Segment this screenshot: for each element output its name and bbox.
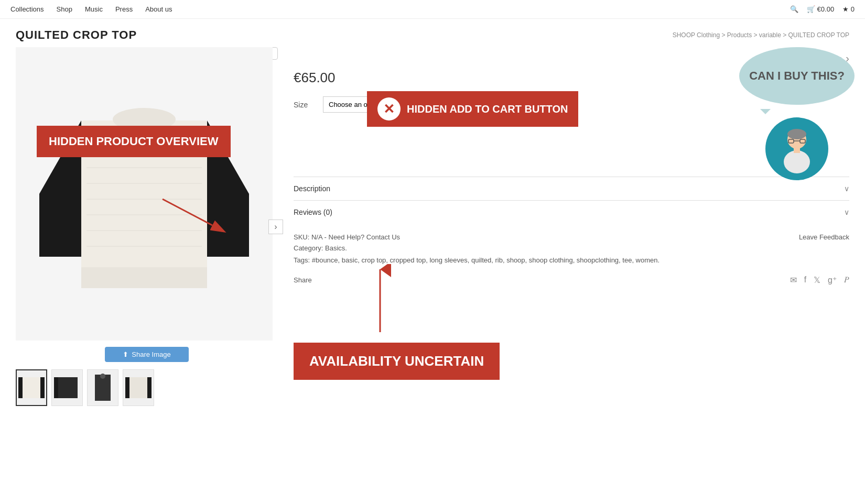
product-image: HIDDEN PRODUCT OVERVIEW [16,47,273,341]
x-icon: ✕ [377,97,401,120]
facebook-share-icon[interactable]: f [804,275,806,285]
availability-badge: AVAILABILITY UNCERTAIN [294,343,500,380]
svg-rect-15 [21,377,42,398]
svg-rect-22 [128,377,149,398]
share-icons: ✉ f 𝕏 g⁺ 𝑃 [790,275,849,285]
hidden-add-to-cart-text: HIDDEN ADD TO CART BUTTON [407,103,568,115]
svg-rect-23 [125,377,129,398]
svg-point-28 [787,129,806,139]
svg-rect-16 [18,377,23,398]
tags-value: #bounce, basic, crop top, cropped top, l… [312,256,659,264]
svg-rect-33 [794,148,800,153]
thumbnail-4[interactable] [123,369,154,406]
hidden-add-to-cart-badge: ✕ HIDDEN ADD TO CART BUTTON [367,91,578,127]
bubble-text: CAN I BUY THIS? [749,69,845,83]
sku-label: SKU: [294,233,309,241]
thumbnail-2[interactable] [51,369,83,406]
share-image-button[interactable]: ⬆ Share Image [105,347,189,362]
contact-us-link[interactable]: Contact Us [366,233,400,241]
nav-right: 🔍 🛒 €0.00 ★ 0 [790,5,855,13]
nav-press[interactable]: Press [115,5,133,13]
svg-point-32 [784,150,810,173]
hidden-product-overlay-text: HIDDEN PRODUCT OVERVIEW [49,135,219,148]
availability-badge-text: AVAILABILITY UNCERTAIN [309,353,484,369]
cart-icon[interactable]: 🛒 €0.00 [807,5,834,13]
speech-bubble: CAN I BUY THIS? [739,47,855,105]
sku-row: SKU: N/A - Need Help? Contact Us Leave F… [294,233,849,241]
share-label: Share [294,276,312,284]
avatar [765,117,828,180]
share-image-icon: ⬆ [123,350,128,358]
thumbnail-1[interactable] [16,369,47,406]
sidebar-widget: CAN I BUY THIS? [729,47,865,180]
hidden-product-overlay: HIDDEN PRODUCT OVERVIEW [37,126,231,157]
nav-shop[interactable]: Shop [57,5,72,13]
image-next-button[interactable]: › [268,220,283,234]
tags-label: Tags: [294,256,310,264]
description-chevron-icon: ∨ [844,184,849,193]
reviews-chevron-icon: ∨ [844,208,849,216]
image-area: 🦉 Hootlet ⤢ [16,47,278,406]
category-row: Category: Basics. [294,244,849,252]
sku-text: SKU: N/A - Need Help? Contact Us [294,233,400,241]
svg-point-21 [100,374,105,379]
sku-value: N/A [311,233,322,241]
availability-arrow [367,264,393,332]
breadcrumb: SHOOP Clothing > Products > variable > Q… [673,31,849,39]
cart-total: €0.00 [817,5,835,13]
svg-rect-18 [57,377,78,398]
thumbnail-3[interactable] [87,369,118,406]
svg-rect-24 [147,377,152,398]
pinterest-share-icon[interactable]: 𝑃 [844,275,849,285]
svg-rect-19 [54,377,58,398]
page-title-bar: QUILTED CROP TOP SHOOP Clothing > Produc… [0,19,865,47]
main-container: 🦉 Hootlet ⤢ [0,47,865,427]
category-label: Category: [294,244,323,252]
twitter-share-icon[interactable]: 𝕏 [814,275,820,285]
meta-section: SKU: N/A - Need Help? Contact Us Leave F… [294,233,849,266]
share-image-label: Share Image [132,350,170,358]
size-label: Size [294,101,315,109]
google-share-icon[interactable]: g⁺ [828,275,837,285]
svg-rect-17 [40,377,45,398]
svg-rect-4 [81,267,207,288]
product-title: QUILTED CROP TOP [16,28,137,42]
wishlist-count: 0 [851,5,855,13]
reviews-label: Reviews (0) [294,208,332,216]
search-icon[interactable]: 🔍 [790,5,798,13]
thumbnails [16,369,278,406]
avatar-container [729,117,865,180]
reviews-accordion[interactable]: Reviews (0) ∨ [294,200,849,224]
leave-feedback-link[interactable]: Leave Feedback [799,233,849,241]
nav-music[interactable]: Music [85,5,103,13]
help-text: Need Help? [329,233,365,241]
email-share-icon[interactable]: ✉ [790,275,797,285]
category-value: Basics. [325,244,347,252]
sweater-svg [34,58,254,330]
description-label: Description [294,184,330,193]
category-text: Category: Basics. [294,244,347,252]
nav-collections[interactable]: Collections [10,5,44,13]
nav-left: Collections Shop Music Press About us [10,5,172,13]
nav-about[interactable]: About us [145,5,172,13]
navbar: Collections Shop Music Press About us 🔍 … [0,0,865,19]
wishlist-icon[interactable]: ★ 0 [842,5,855,13]
